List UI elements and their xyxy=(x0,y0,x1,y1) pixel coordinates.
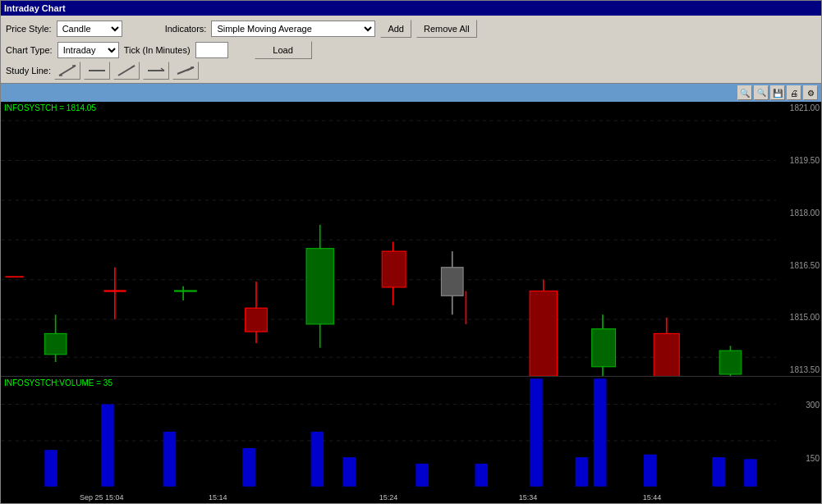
study-line-btn-5[interactable] xyxy=(172,62,199,80)
zoom-out-icon[interactable]: 🔍 xyxy=(754,85,769,100)
settings-icon[interactable]: ⚙ xyxy=(803,85,818,100)
print-icon[interactable]: 🖨 xyxy=(787,85,801,100)
tick-label: Tick (In Minutes) xyxy=(124,45,191,55)
svg-rect-54 xyxy=(530,379,543,487)
svg-rect-28 xyxy=(246,308,268,332)
study-line-btn-3[interactable] xyxy=(113,62,140,80)
svg-rect-57 xyxy=(644,455,657,487)
svg-line-0 xyxy=(59,66,76,76)
study-line-label: Study Line: xyxy=(6,66,51,76)
volume-chart: INFOSYSTCH:VOLUME = 35 xyxy=(1,377,821,487)
zoom-in-icon[interactable]: 🔍 xyxy=(737,85,752,100)
svg-rect-37 xyxy=(530,291,557,377)
svg-rect-41 xyxy=(654,333,679,376)
indicators-select[interactable]: Simple Moving Average Exponential Moving… xyxy=(211,21,375,37)
tick-input[interactable]: 5 xyxy=(195,42,228,58)
window-title: Intraday Chart xyxy=(4,3,66,13)
main-chart: INFOSYSTCH = 1814.05 xyxy=(1,102,821,377)
svg-rect-48 xyxy=(163,432,177,487)
svg-rect-39 xyxy=(592,329,616,367)
title-bar: Intraday Chart xyxy=(1,1,821,16)
main-chart-label: INFOSYSTCH = 1814.05 xyxy=(4,103,96,112)
time-label-3: 15:24 xyxy=(379,493,398,502)
chart-type-select[interactable]: Intraday Daily Weekly xyxy=(57,42,119,58)
main-window: Intraday Chart Price Style: Candle OHLC … xyxy=(0,0,822,504)
price-chart-svg xyxy=(1,102,776,376)
volume-chart-canvas xyxy=(1,377,776,487)
price-style-label: Price Style: xyxy=(6,24,52,34)
time-label-2: 15:14 xyxy=(209,493,227,502)
chart-toolbar: 🔍 🔍 💾 🖨 ⚙ xyxy=(1,84,821,102)
remove-all-button[interactable]: Remove All xyxy=(416,20,477,38)
svg-rect-50 xyxy=(311,432,324,487)
indicators-label: Indicators: xyxy=(165,24,207,34)
svg-rect-52 xyxy=(416,464,429,487)
add-button[interactable]: Add xyxy=(380,20,411,38)
charts-container: INFOSYSTCH = 1814.05 xyxy=(1,102,821,487)
time-label-5: 15:44 xyxy=(643,493,662,502)
price-tick-2: 1819.50 xyxy=(778,156,820,165)
toolbar-row-2: Chart Type: Intraday Daily Weekly Tick (… xyxy=(6,40,816,60)
volume-chart-label: INFOSYSTCH:VOLUME = 35 xyxy=(4,378,113,387)
svg-rect-34 xyxy=(441,268,463,296)
chart-area: 🔍 🔍 💾 🖨 ⚙ INFOSYSTCH = 1814.05 xyxy=(1,84,821,503)
svg-rect-56 xyxy=(594,379,607,487)
volume-chart-svg xyxy=(1,377,776,487)
svg-rect-43 xyxy=(719,351,742,374)
price-tick-1: 1821.00 xyxy=(778,103,820,112)
svg-rect-22 xyxy=(44,333,67,354)
study-line-btn-2[interactable] xyxy=(84,62,110,80)
study-line-btn-1[interactable] xyxy=(54,62,80,80)
svg-line-7 xyxy=(131,66,135,67)
price-tick-3: 1818.00 xyxy=(778,208,820,218)
price-tick-4: 1816.50 xyxy=(778,261,820,270)
svg-rect-30 xyxy=(306,249,333,324)
svg-rect-32 xyxy=(382,251,406,287)
price-tick-6: 1813.50 xyxy=(778,365,820,374)
price-tick-5: 1815.00 xyxy=(778,313,820,322)
svg-rect-51 xyxy=(342,457,356,487)
vol-tick-1: 300 xyxy=(778,401,820,410)
price-axis: 1821.00 1819.50 1818.00 1816.50 1815.00 … xyxy=(776,102,821,376)
study-line-row: Study Line: xyxy=(6,62,816,80)
time-axis: Sep 25 15:04 15:14 15:24 15:34 15:44 xyxy=(1,487,821,503)
time-label-4: 15:34 xyxy=(519,493,538,502)
svg-rect-53 xyxy=(475,464,489,487)
vol-tick-2: 150 xyxy=(778,454,820,463)
toolbar-row-1: Price Style: Candle OHLC Line Area Indic… xyxy=(6,19,816,39)
load-button[interactable]: Load xyxy=(255,41,312,59)
time-label-1: Sep 25 15:04 xyxy=(80,493,124,502)
study-line-btn-4[interactable] xyxy=(143,62,169,80)
save-icon[interactable]: 💾 xyxy=(770,85,785,100)
svg-rect-47 xyxy=(101,405,114,487)
volume-axis: 300 150 xyxy=(776,377,821,487)
price-style-select[interactable]: Candle OHLC Line Area xyxy=(57,21,122,37)
chart-type-label: Chart Type: xyxy=(6,45,53,55)
svg-rect-59 xyxy=(744,460,757,487)
svg-rect-58 xyxy=(712,457,725,487)
svg-rect-49 xyxy=(242,448,255,487)
svg-rect-46 xyxy=(44,450,57,487)
svg-rect-55 xyxy=(576,457,589,487)
toolbar: Price Style: Candle OHLC Line Area Indic… xyxy=(1,16,821,84)
price-chart-canvas xyxy=(1,102,776,376)
